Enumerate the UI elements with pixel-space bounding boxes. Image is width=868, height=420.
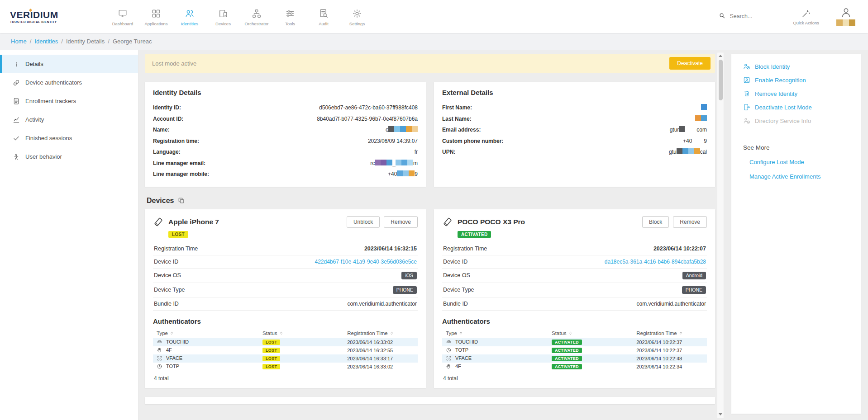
devices-section-header: Devices <box>147 197 715 205</box>
remove-device-button[interactable]: Remove <box>384 216 418 228</box>
field-label: Bundle ID <box>154 301 179 307</box>
nav-item-orchestrator[interactable]: Orchestrator <box>240 7 273 26</box>
column-header-registration-time[interactable]: Registration Time <box>633 328 707 338</box>
device-name: POCO POCO X3 Pro <box>458 218 525 226</box>
column-header-status[interactable]: Status <box>548 328 633 338</box>
column-header-type[interactable]: Type <box>153 328 259 338</box>
nav-item-settings[interactable]: Settings <box>340 7 374 26</box>
sort-icon <box>679 330 683 336</box>
device-card-header: Apple iPhone 7 Unblock Remove <box>153 216 418 228</box>
action-remove-identity[interactable]: Remove Identity <box>743 90 854 97</box>
authenticator-status-badge: ACTIVATED <box>552 356 582 361</box>
unblock-button[interactable]: Unblock <box>347 216 380 228</box>
field-row-account-id: Account ID: 8b40ad7f-b077-4325-96b7-0e4f… <box>153 113 418 125</box>
nav-item-dashboard[interactable]: Dashboard <box>106 7 139 26</box>
authenticator-status-badge: LOST <box>262 356 280 361</box>
device-type-badge: PHONE <box>393 286 417 294</box>
identities-users-icon <box>185 9 195 19</box>
field-label: Device ID <box>154 259 178 265</box>
action-deactivate-lost-mode[interactable]: Deactivate Lost Mode <box>743 104 854 111</box>
fingerprint-icon <box>157 339 162 345</box>
redacted-suffix: com <box>696 127 707 133</box>
nav-item-audit[interactable]: Audit <box>307 7 340 26</box>
sidebar-item-user-behavior[interactable]: User behavior <box>0 147 138 166</box>
authenticator-time: 2023/06/14 16:33:02 <box>343 338 418 346</box>
redacted-prefix: gtur <box>670 127 679 133</box>
nav-item-identities[interactable]: Identities <box>173 7 206 26</box>
nav-item-applications[interactable]: Applications <box>139 7 173 26</box>
column-header-registration-time[interactable]: Registration Time <box>343 328 418 338</box>
sidebar-item-activity[interactable]: Activity <box>0 110 138 129</box>
breadcrumb-separator: / <box>61 38 63 45</box>
sidebar-item-label: Finished sessions <box>25 135 72 142</box>
link-configure-lost-mode[interactable]: Configure Lost Mode <box>749 159 854 165</box>
device-os-badge: Android <box>682 272 706 279</box>
nav-item-tools[interactable]: Tools <box>273 7 307 26</box>
authenticators-table: Type Status Registration Time TOUCHID LO… <box>153 328 418 371</box>
tools-icon <box>285 9 295 19</box>
quick-actions-button[interactable]: Quick Actions <box>793 8 819 25</box>
sidebar-item-enrollment-trackers[interactable]: Enrollment trackers <box>0 92 138 110</box>
link-manage-active-enrollments[interactable]: Manage Active Enrollments <box>749 173 854 180</box>
breadcrumb-identity-details: Identity Details <box>66 38 105 45</box>
language-value: fr <box>415 149 418 155</box>
trash-icon <box>743 90 750 97</box>
user-info-icon <box>743 117 750 124</box>
sidebar-item-details[interactable]: Details <box>0 55 138 73</box>
nav-label: Tools <box>285 21 295 26</box>
field-label: Device OS <box>154 272 181 278</box>
redacted-prefix: +40 <box>388 171 397 177</box>
block-button[interactable]: Block <box>642 216 669 228</box>
action-enable-recognition[interactable]: Enable Recognition <box>743 76 854 84</box>
authenticator-time: 2023/06/14 16:33:02 <box>343 363 418 371</box>
sidebar-item-finished-sessions[interactable]: Finished sessions <box>0 129 138 147</box>
authenticator-type: VFACE <box>166 355 182 361</box>
device-id-link[interactable]: da18ec5a-361a-4c16-b4b6-894cbafa5b28 <box>605 259 706 265</box>
authenticator-status-badge: ACTIVATED <box>552 340 582 345</box>
device-fields: Registration Time 2023/06/14 16:32:15 De… <box>153 242 418 311</box>
sort-icon <box>170 330 174 336</box>
nav-label: Audit <box>319 21 329 26</box>
scroll-up-arrow[interactable] <box>719 55 722 57</box>
deactivate-button[interactable]: Deactivate <box>669 57 711 70</box>
nav-item-devices[interactable]: Devices <box>206 7 240 26</box>
sort-icon <box>279 330 283 336</box>
authenticator-row: TOTP ACTIVATED 2023/06/14 10:22:37 <box>442 346 707 354</box>
vertical-scrollbar[interactable] <box>717 52 724 418</box>
redacted-mosaic <box>397 170 415 178</box>
sidebar-item-device-authenticators[interactable]: Device authenticators <box>0 73 138 92</box>
face-recognition-icon <box>743 76 750 84</box>
copy-icon[interactable] <box>178 197 185 204</box>
breadcrumb-identities[interactable]: Identities <box>34 38 58 45</box>
search-input[interactable] <box>730 12 776 21</box>
scrollbar-thumb[interactable] <box>719 60 723 100</box>
field-label: Name: <box>153 127 170 133</box>
user-block-icon <box>743 63 750 70</box>
authenticators-header-row: Type Status Registration Time <box>153 328 418 338</box>
action-label: Remove Identity <box>755 90 797 97</box>
field-label: Device Type <box>154 287 185 293</box>
nav-label: Settings <box>349 21 365 26</box>
quick-actions-label: Quick Actions <box>793 20 819 25</box>
column-header-type[interactable]: Type <box>442 328 548 338</box>
device-field-device-type: Device Type PHONE <box>442 283 707 297</box>
action-block-identity[interactable]: Block Identity <box>743 63 854 70</box>
column-header-status[interactable]: Status <box>259 328 343 338</box>
details-cards-row: Identity Details Identity ID: d506ebd7-a… <box>145 82 715 187</box>
devices-section-title: Devices <box>147 197 174 205</box>
device-id-link[interactable]: 422d4b67-f10e-41a9-9e40-3e56d036e5ce <box>315 259 417 265</box>
breadcrumb-home[interactable]: Home <box>11 38 27 45</box>
redacted-mosaic <box>375 160 392 167</box>
veridium-logo[interactable]: VERIDIUM TRUSTED DIGITAL IDENTITY <box>10 10 82 24</box>
bundle-id-value: com.veridiumid.authenticator <box>637 301 706 307</box>
user-avatar[interactable] <box>836 7 855 26</box>
search-icon[interactable] <box>719 12 725 19</box>
veridium-admin-page: VERIDIUM TRUSTED DIGITAL IDENTITY Dashbo… <box>0 0 868 420</box>
field-row-custom-phone: Custom phone number: +40 9 <box>442 136 707 147</box>
account-id-value: 8b40ad7f-b077-4325-96b7-0e4f87607b6a <box>317 116 418 122</box>
remove-device-button[interactable]: Remove <box>673 216 707 228</box>
device-status-badge: LOST <box>168 231 188 238</box>
top-bar: VERIDIUM TRUSTED DIGITAL IDENTITY Dashbo… <box>0 0 868 33</box>
device-card-apple-iphone-7: Apple iPhone 7 Unblock Remove LOST Regis… <box>145 209 426 388</box>
scroll-down-arrow[interactable] <box>719 413 722 415</box>
